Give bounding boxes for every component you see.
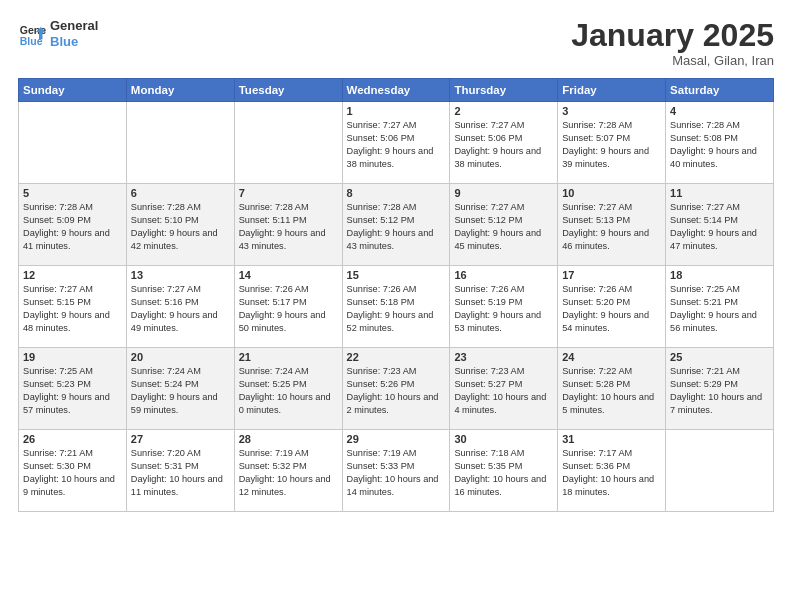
day-info: Sunrise: 7:27 AM Sunset: 5:13 PM Dayligh… xyxy=(562,201,661,253)
weekday-header-row: SundayMondayTuesdayWednesdayThursdayFrid… xyxy=(19,79,774,102)
calendar-cell: 7Sunrise: 7:28 AM Sunset: 5:11 PM Daylig… xyxy=(234,184,342,266)
day-info: Sunrise: 7:19 AM Sunset: 5:33 PM Dayligh… xyxy=(347,447,446,499)
calendar-cell: 24Sunrise: 7:22 AM Sunset: 5:28 PM Dayli… xyxy=(558,348,666,430)
day-info: Sunrise: 7:26 AM Sunset: 5:18 PM Dayligh… xyxy=(347,283,446,335)
calendar-cell: 23Sunrise: 7:23 AM Sunset: 5:27 PM Dayli… xyxy=(450,348,558,430)
logo: General Blue General Blue xyxy=(18,18,98,49)
day-number: 24 xyxy=(562,351,661,363)
week-row-2: 12Sunrise: 7:27 AM Sunset: 5:15 PM Dayli… xyxy=(19,266,774,348)
calendar-cell: 29Sunrise: 7:19 AM Sunset: 5:33 PM Dayli… xyxy=(342,430,450,512)
calendar-cell: 14Sunrise: 7:26 AM Sunset: 5:17 PM Dayli… xyxy=(234,266,342,348)
day-info: Sunrise: 7:28 AM Sunset: 5:12 PM Dayligh… xyxy=(347,201,446,253)
title-block: January 2025 Masal, Gilan, Iran xyxy=(571,18,774,68)
calendar-cell: 25Sunrise: 7:21 AM Sunset: 5:29 PM Dayli… xyxy=(666,348,774,430)
day-info: Sunrise: 7:26 AM Sunset: 5:17 PM Dayligh… xyxy=(239,283,338,335)
day-number: 28 xyxy=(239,433,338,445)
day-info: Sunrise: 7:23 AM Sunset: 5:26 PM Dayligh… xyxy=(347,365,446,417)
day-number: 31 xyxy=(562,433,661,445)
calendar-cell: 28Sunrise: 7:19 AM Sunset: 5:32 PM Dayli… xyxy=(234,430,342,512)
day-number: 25 xyxy=(670,351,769,363)
calendar-subtitle: Masal, Gilan, Iran xyxy=(571,53,774,68)
day-number: 16 xyxy=(454,269,553,281)
day-info: Sunrise: 7:17 AM Sunset: 5:36 PM Dayligh… xyxy=(562,447,661,499)
calendar-cell: 21Sunrise: 7:24 AM Sunset: 5:25 PM Dayli… xyxy=(234,348,342,430)
day-info: Sunrise: 7:27 AM Sunset: 5:14 PM Dayligh… xyxy=(670,201,769,253)
day-number: 21 xyxy=(239,351,338,363)
day-info: Sunrise: 7:21 AM Sunset: 5:30 PM Dayligh… xyxy=(23,447,122,499)
day-number: 6 xyxy=(131,187,230,199)
calendar-cell xyxy=(666,430,774,512)
day-number: 14 xyxy=(239,269,338,281)
weekday-header-tuesday: Tuesday xyxy=(234,79,342,102)
header: General Blue General Blue January 2025 M… xyxy=(18,18,774,68)
day-number: 10 xyxy=(562,187,661,199)
calendar-cell: 1Sunrise: 7:27 AM Sunset: 5:06 PM Daylig… xyxy=(342,102,450,184)
calendar-cell: 16Sunrise: 7:26 AM Sunset: 5:19 PM Dayli… xyxy=(450,266,558,348)
day-number: 4 xyxy=(670,105,769,117)
day-info: Sunrise: 7:25 AM Sunset: 5:23 PM Dayligh… xyxy=(23,365,122,417)
weekday-header-monday: Monday xyxy=(126,79,234,102)
day-number: 19 xyxy=(23,351,122,363)
day-info: Sunrise: 7:27 AM Sunset: 5:06 PM Dayligh… xyxy=(347,119,446,171)
week-row-0: 1Sunrise: 7:27 AM Sunset: 5:06 PM Daylig… xyxy=(19,102,774,184)
day-info: Sunrise: 7:27 AM Sunset: 5:15 PM Dayligh… xyxy=(23,283,122,335)
logo-icon: General Blue xyxy=(18,20,46,48)
day-number: 18 xyxy=(670,269,769,281)
day-number: 27 xyxy=(131,433,230,445)
calendar-cell: 5Sunrise: 7:28 AM Sunset: 5:09 PM Daylig… xyxy=(19,184,127,266)
day-number: 5 xyxy=(23,187,122,199)
day-info: Sunrise: 7:26 AM Sunset: 5:19 PM Dayligh… xyxy=(454,283,553,335)
day-number: 8 xyxy=(347,187,446,199)
day-number: 12 xyxy=(23,269,122,281)
calendar-cell xyxy=(19,102,127,184)
day-info: Sunrise: 7:28 AM Sunset: 5:10 PM Dayligh… xyxy=(131,201,230,253)
day-info: Sunrise: 7:26 AM Sunset: 5:20 PM Dayligh… xyxy=(562,283,661,335)
day-info: Sunrise: 7:24 AM Sunset: 5:24 PM Dayligh… xyxy=(131,365,230,417)
day-info: Sunrise: 7:28 AM Sunset: 5:07 PM Dayligh… xyxy=(562,119,661,171)
day-number: 7 xyxy=(239,187,338,199)
day-info: Sunrise: 7:28 AM Sunset: 5:09 PM Dayligh… xyxy=(23,201,122,253)
weekday-header-sunday: Sunday xyxy=(19,79,127,102)
day-number: 15 xyxy=(347,269,446,281)
logo-blue: Blue xyxy=(50,34,98,50)
calendar-title: January 2025 xyxy=(571,18,774,53)
calendar-cell: 19Sunrise: 7:25 AM Sunset: 5:23 PM Dayli… xyxy=(19,348,127,430)
calendar-cell: 26Sunrise: 7:21 AM Sunset: 5:30 PM Dayli… xyxy=(19,430,127,512)
day-info: Sunrise: 7:21 AM Sunset: 5:29 PM Dayligh… xyxy=(670,365,769,417)
calendar-cell: 6Sunrise: 7:28 AM Sunset: 5:10 PM Daylig… xyxy=(126,184,234,266)
weekday-header-friday: Friday xyxy=(558,79,666,102)
day-info: Sunrise: 7:27 AM Sunset: 5:16 PM Dayligh… xyxy=(131,283,230,335)
week-row-1: 5Sunrise: 7:28 AM Sunset: 5:09 PM Daylig… xyxy=(19,184,774,266)
weekday-header-wednesday: Wednesday xyxy=(342,79,450,102)
day-info: Sunrise: 7:18 AM Sunset: 5:35 PM Dayligh… xyxy=(454,447,553,499)
calendar-cell: 3Sunrise: 7:28 AM Sunset: 5:07 PM Daylig… xyxy=(558,102,666,184)
day-info: Sunrise: 7:24 AM Sunset: 5:25 PM Dayligh… xyxy=(239,365,338,417)
day-number: 2 xyxy=(454,105,553,117)
calendar-cell: 18Sunrise: 7:25 AM Sunset: 5:21 PM Dayli… xyxy=(666,266,774,348)
day-number: 26 xyxy=(23,433,122,445)
day-number: 1 xyxy=(347,105,446,117)
calendar-cell xyxy=(234,102,342,184)
calendar-cell: 10Sunrise: 7:27 AM Sunset: 5:13 PM Dayli… xyxy=(558,184,666,266)
day-number: 22 xyxy=(347,351,446,363)
day-info: Sunrise: 7:20 AM Sunset: 5:31 PM Dayligh… xyxy=(131,447,230,499)
day-number: 3 xyxy=(562,105,661,117)
calendar-cell: 15Sunrise: 7:26 AM Sunset: 5:18 PM Dayli… xyxy=(342,266,450,348)
day-info: Sunrise: 7:28 AM Sunset: 5:08 PM Dayligh… xyxy=(670,119,769,171)
calendar-cell: 12Sunrise: 7:27 AM Sunset: 5:15 PM Dayli… xyxy=(19,266,127,348)
calendar-cell: 27Sunrise: 7:20 AM Sunset: 5:31 PM Dayli… xyxy=(126,430,234,512)
calendar-cell: 9Sunrise: 7:27 AM Sunset: 5:12 PM Daylig… xyxy=(450,184,558,266)
day-info: Sunrise: 7:22 AM Sunset: 5:28 PM Dayligh… xyxy=(562,365,661,417)
calendar-cell: 22Sunrise: 7:23 AM Sunset: 5:26 PM Dayli… xyxy=(342,348,450,430)
day-number: 11 xyxy=(670,187,769,199)
calendar-cell: 2Sunrise: 7:27 AM Sunset: 5:06 PM Daylig… xyxy=(450,102,558,184)
calendar-cell: 31Sunrise: 7:17 AM Sunset: 5:36 PM Dayli… xyxy=(558,430,666,512)
weekday-header-thursday: Thursday xyxy=(450,79,558,102)
calendar-cell: 20Sunrise: 7:24 AM Sunset: 5:24 PM Dayli… xyxy=(126,348,234,430)
weekday-header-saturday: Saturday xyxy=(666,79,774,102)
day-info: Sunrise: 7:25 AM Sunset: 5:21 PM Dayligh… xyxy=(670,283,769,335)
day-number: 9 xyxy=(454,187,553,199)
day-info: Sunrise: 7:27 AM Sunset: 5:12 PM Dayligh… xyxy=(454,201,553,253)
calendar-cell: 4Sunrise: 7:28 AM Sunset: 5:08 PM Daylig… xyxy=(666,102,774,184)
day-number: 20 xyxy=(131,351,230,363)
